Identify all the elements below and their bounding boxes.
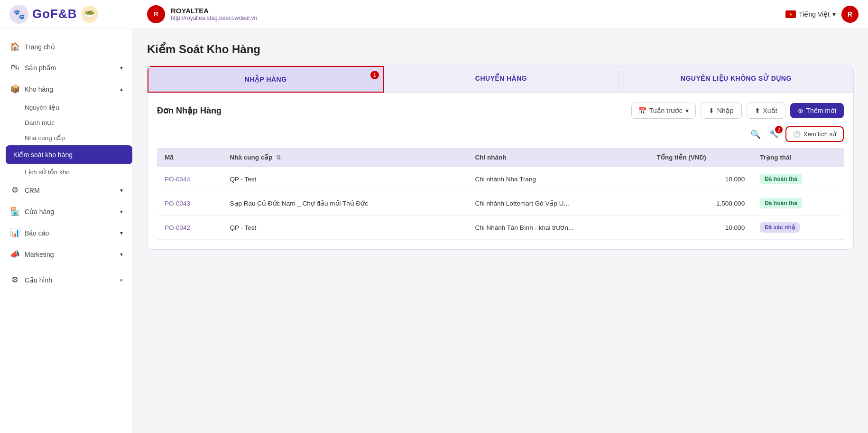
cell-trang-thai: Đã hoàn thà [752, 167, 844, 191]
cell-nha-cung-cap: QP - Test [222, 167, 468, 191]
search-button[interactable]: 🔍 [748, 127, 763, 141]
card-header: Đơn Nhập Hàng 📅 Tuần trước ▾ ⬇ Nhập ⬆ Xu… [157, 103, 844, 119]
chevron-down-icon: ▾ [685, 107, 689, 114]
cell-tong-tien: 10,000 [649, 167, 752, 191]
sidebar-item-label: Cửa hàng [25, 208, 115, 216]
table-row[interactable]: PO-0043 Sạp Rau Củ Đức Nam _ Chợ đầu mối… [157, 191, 844, 216]
settings-icon: ⚙ [9, 275, 20, 285]
col-nha-cung-cap: Nhà cung cấp ⇅ [222, 148, 468, 167]
chevron-down-icon: ▾ [120, 187, 123, 194]
filter-badge: 2 [775, 126, 783, 133]
logo-icon2: 🥗 [81, 6, 98, 23]
export-button[interactable]: ⬆ Xuất [747, 103, 785, 119]
brand-url: http://royaltea.stag.beecowdeal.vn [171, 15, 257, 21]
col-chi-nhanh: Chi nhánh [468, 148, 649, 167]
table-header: Mã Nhà cung cấp ⇅ Chi nhánh Tổng tiền (V… [157, 148, 844, 167]
sidebar-item-cau-hinh[interactable]: ⚙ Cấu hình « [0, 269, 132, 291]
table-toolbar: 🔍 🔧 2 🕐 Xem lịch sử [157, 126, 844, 142]
status-badge: Đã hoàn thà [760, 198, 802, 208]
brand-name: ROYALTEA [171, 7, 257, 15]
col-tong-tien: Tổng tiền (VND) [649, 148, 752, 167]
import-label: Nhập [717, 107, 734, 114]
period-label: Tuần trước [649, 107, 683, 114]
sidebar-item-kiem-soat-kho-hang[interactable]: Kiểm soát kho hàng [6, 145, 132, 164]
brand-logo: R [147, 5, 165, 23]
main-card: Đơn Nhập Hàng 📅 Tuần trước ▾ ⬇ Nhập ⬆ Xu… [147, 93, 854, 250]
sidebar-item-label: Trang chủ [25, 43, 123, 51]
content-area: Kiểm Soát Kho Hàng NHẬP HÀNG 1 CHUYỂN HÀ… [133, 28, 868, 433]
page-title: Kiểm Soát Kho Hàng [147, 43, 854, 56]
sidebar-item-lich-su-ton-kho[interactable]: Lịch sử tồn kho [25, 164, 132, 179]
brand-area: R ROYALTEA http://royaltea.stag.beecowde… [142, 5, 785, 23]
upload-icon: ⬆ [755, 107, 760, 114]
orders-table: Mã Nhà cung cấp ⇅ Chi nhánh Tổng tiền (V… [157, 148, 844, 240]
sidebar-item-nguyen-lieu[interactable]: Nguyên liệu [25, 100, 132, 115]
sidebar-item-label: Marketing [25, 251, 115, 258]
sidebar-item-trang-chu[interactable]: 🏠 Trang chủ [0, 36, 132, 57]
order-code-link[interactable]: PO-0043 [165, 200, 190, 207]
col-trang-thai: Trạng thái [752, 148, 844, 167]
card-title: Đơn Nhập Hàng [157, 105, 222, 116]
sidebar-item-label: Báo cáo [25, 229, 115, 237]
cell-ma: PO-0043 [157, 191, 222, 216]
sidebar-item-nha-cung-cap[interactable]: Nhà cung cấp [25, 130, 132, 145]
sort-icon[interactable]: ⇅ [276, 154, 281, 161]
sidebar-item-san-pham[interactable]: 🛍 Sản phẩm ▾ [0, 57, 132, 78]
tab-label: CHUYỂN HÀNG [475, 75, 527, 82]
language-selector[interactable]: ★ Tiếng Việt ▾ [785, 10, 836, 18]
logo-icon: 🐾 [9, 5, 28, 24]
table-row[interactable]: PO-0042 QP - Test Chi Nhánh Tân Bình - k… [157, 216, 844, 240]
cell-nha-cung-cap: QP - Test [222, 216, 468, 240]
chevron-down-icon: ▾ [120, 65, 123, 71]
calendar-icon: 📅 [638, 107, 646, 114]
sidebar-item-cua-hang[interactable]: 🏪 Cửa hàng ▾ [0, 201, 132, 222]
chevron-down-icon: ▾ [120, 208, 123, 215]
status-badge: Đã hoàn thà [760, 174, 802, 184]
plus-icon: ⊕ [798, 107, 803, 114]
sidebar-item-kho-hang[interactable]: 📦 Kho hàng ▴ [0, 78, 132, 100]
logo-area: 🐾 GoF&B 🥗 [9, 5, 142, 24]
tab-badge: 1 [370, 71, 379, 79]
export-label: Xuất [763, 107, 777, 114]
sidebar-item-bao-cao[interactable]: 📊 Báo cáo ▾ [0, 222, 132, 244]
sidebar-divider [0, 267, 132, 267]
cell-tong-tien: 10,000 [649, 216, 752, 240]
tabs-bar: NHẬP HÀNG 1 CHUYỂN HÀNG NGUYÊN LIỆU KHÔN… [147, 66, 854, 93]
product-icon: 🛍 [9, 63, 20, 73]
import-button[interactable]: ⬇ Nhập [701, 103, 742, 119]
marketing-icon: 📣 [9, 249, 20, 259]
card-actions: 📅 Tuần trước ▾ ⬇ Nhập ⬆ Xuất ⊕ Thêm m [631, 103, 844, 119]
cell-chi-nhanh: Chi nhánh Lottemart Gò Vấp U... [468, 191, 649, 216]
sidebar-kho-submenu: Nguyên liệu Danh mục Nhà cung cấp Kiểm s… [0, 100, 132, 179]
table-row[interactable]: PO-0044 QP - Test Chi nhánh Nha Trang 10… [157, 167, 844, 191]
view-history-button[interactable]: 🕐 Xem lịch sử [785, 126, 844, 142]
warehouse-icon: 📦 [9, 84, 20, 94]
cell-tong-tien: 1,500,000 [649, 191, 752, 216]
sidebar-item-label: CRM [25, 187, 115, 194]
tab-chuyen-hang[interactable]: CHUYỂN HÀNG [384, 66, 619, 93]
sidebar: 🏠 Trang chủ 🛍 Sản phẩm ▾ 📦 Kho hàng ▴ Ng… [0, 28, 133, 433]
cell-chi-nhanh: Chi nhánh Nha Trang [468, 167, 649, 191]
chevron-up-icon: ▴ [120, 86, 123, 93]
tab-nguyen-lieu[interactable]: NGUYÊN LIỆU KHÔNG SỬ DỤNG [619, 66, 853, 93]
sidebar-item-danh-muc[interactable]: Danh mục [25, 115, 132, 130]
period-selector[interactable]: 📅 Tuần trước ▾ [631, 103, 696, 119]
download-icon: ⬇ [709, 107, 714, 114]
col-ma: Mã [157, 148, 222, 167]
flag-icon: ★ [785, 10, 796, 18]
order-code-link[interactable]: PO-0042 [165, 224, 190, 231]
cell-ma: PO-0042 [157, 216, 222, 240]
order-code-link[interactable]: PO-0044 [165, 176, 190, 183]
cell-nha-cung-cap: Sạp Rau Củ Đức Nam _ Chợ đầu mối Thủ Đức [222, 191, 468, 216]
filter-button[interactable]: 🔧 2 [767, 128, 781, 141]
table-body: PO-0044 QP - Test Chi nhánh Nha Trang 10… [157, 167, 844, 240]
logo-text: GoF&B [32, 7, 77, 21]
sidebar-item-marketing[interactable]: 📣 Marketing ▾ [0, 244, 132, 265]
add-new-button[interactable]: ⊕ Thêm mới [790, 103, 844, 118]
user-avatar[interactable]: R [841, 6, 859, 23]
crm-icon: ⚙ [9, 185, 20, 195]
sidebar-item-crm[interactable]: ⚙ CRM ▾ [0, 179, 132, 201]
tab-nhap-hang[interactable]: NHẬP HÀNG 1 [148, 66, 384, 93]
sidebar-item-label: Cấu hình [25, 276, 115, 284]
header-right: ★ Tiếng Việt ▾ R [785, 6, 859, 23]
